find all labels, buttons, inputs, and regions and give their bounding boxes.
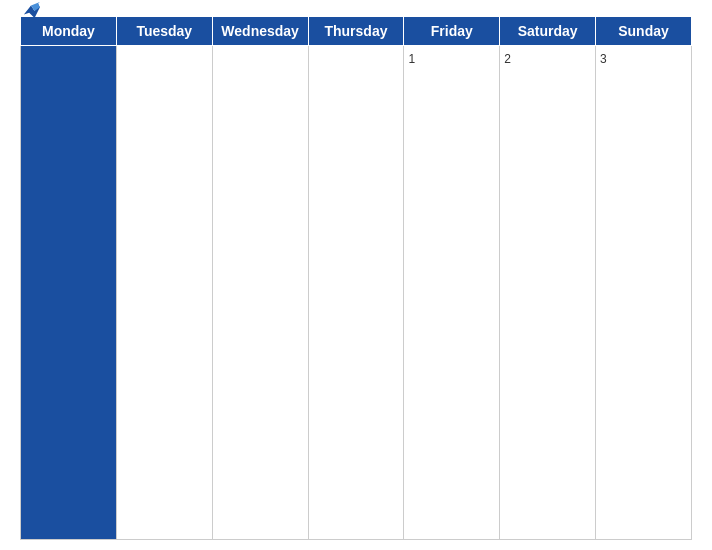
logo-blue-text	[20, 2, 40, 18]
weekday-header-thursday: Thursday	[308, 17, 404, 46]
calendar-table: MondayTuesdayWednesdayThursdayFridaySatu…	[20, 16, 692, 540]
weekday-header-saturday: Saturday	[500, 17, 596, 46]
weekday-header-sunday: Sunday	[596, 17, 692, 46]
calendar-week-row: 123	[21, 46, 692, 540]
calendar-cell: 1	[404, 46, 500, 540]
calendar-cell	[116, 46, 212, 540]
logo-bird-icon	[22, 2, 40, 18]
weekday-header-tuesday: Tuesday	[116, 17, 212, 46]
calendar-cell: 2	[500, 46, 596, 540]
weekday-header-friday: Friday	[404, 17, 500, 46]
date-number: 1	[408, 52, 415, 66]
weekday-header-row: MondayTuesdayWednesdayThursdayFridaySatu…	[21, 17, 692, 46]
calendar-cell	[21, 46, 117, 540]
calendar-cell	[212, 46, 308, 540]
weekday-header-wednesday: Wednesday	[212, 17, 308, 46]
calendar-cell	[308, 46, 404, 540]
calendar-cell: 3	[596, 46, 692, 540]
date-number: 3	[600, 52, 607, 66]
weekday-header-monday: Monday	[21, 17, 117, 46]
date-number: 2	[504, 52, 511, 66]
logo	[20, 2, 40, 18]
